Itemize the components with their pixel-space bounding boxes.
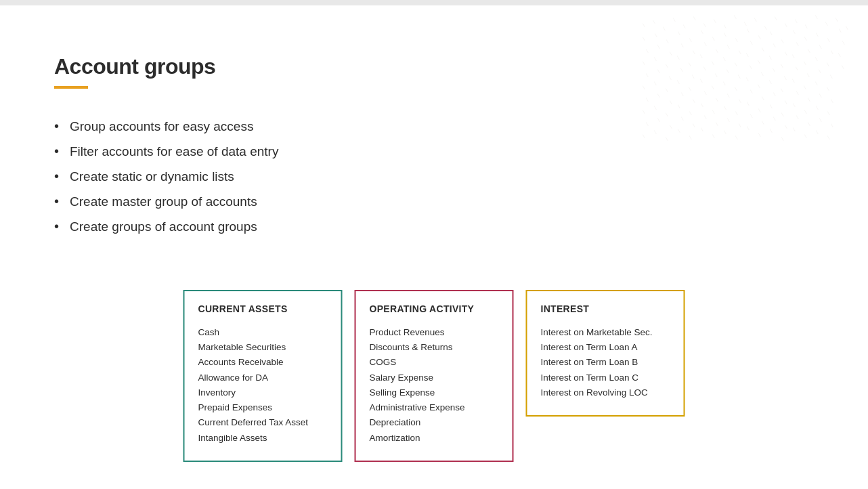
svg-text:/: / bbox=[714, 72, 719, 78]
svg-text:/: / bbox=[656, 117, 661, 123]
svg-text:/: / bbox=[692, 16, 697, 21]
card-interest-title: INTEREST bbox=[541, 303, 670, 314]
svg-text:/: / bbox=[656, 68, 661, 74]
svg-text:/: / bbox=[826, 110, 831, 116]
svg-text:/: / bbox=[844, 25, 850, 30]
svg-text:/: / bbox=[768, 104, 774, 109]
svg-text:/: / bbox=[676, 104, 682, 109]
svg-text:/: / bbox=[737, 123, 743, 128]
card-interest: INTEREST Interest on Marketable Sec. Int… bbox=[526, 290, 685, 417]
svg-text:/: / bbox=[676, 128, 682, 133]
svg-text:/: / bbox=[749, 40, 754, 45]
svg-text:/: / bbox=[802, 60, 808, 66]
svg-text:/: / bbox=[703, 41, 708, 47]
svg-text:/: / bbox=[733, 14, 738, 20]
svg-text:/: / bbox=[772, 43, 777, 48]
svg-text:/: / bbox=[645, 72, 650, 78]
svg-text:/: / bbox=[815, 32, 820, 37]
svg-text:/: / bbox=[691, 98, 697, 104]
svg-text:/: / bbox=[806, 72, 811, 78]
card-operating-activity-item-1: Discounts & Returns bbox=[370, 340, 499, 355]
svg-text:/: / bbox=[753, 17, 758, 22]
svg-text:/: / bbox=[722, 129, 728, 135]
svg-text:/: / bbox=[768, 128, 774, 133]
svg-text:/: / bbox=[726, 117, 731, 123]
svg-text:/: / bbox=[688, 110, 693, 116]
card-current-assets-item-5: Prepaid Expenses bbox=[198, 400, 328, 415]
card-interest-item-4: Interest on Revolving LOC bbox=[541, 385, 670, 400]
svg-text:/: / bbox=[734, 110, 739, 116]
svg-text:/: / bbox=[641, 109, 647, 114]
svg-text:/: / bbox=[783, 124, 789, 129]
svg-text:/: / bbox=[745, 28, 751, 33]
svg-text:/: / bbox=[804, 24, 809, 29]
svg-text:/: / bbox=[768, 55, 773, 60]
svg-text:/: / bbox=[691, 49, 697, 55]
svg-text:/: / bbox=[743, 21, 748, 26]
svg-text:/: / bbox=[779, 63, 785, 68]
svg-text:/: / bbox=[806, 48, 812, 54]
svg-text:/: / bbox=[687, 86, 693, 91]
svg-text:/: / bbox=[664, 87, 670, 93]
svg-text:/: / bbox=[768, 30, 774, 36]
svg-text:/: / bbox=[825, 86, 831, 91]
svg-text:/: / bbox=[653, 56, 658, 62]
svg-text:/: / bbox=[641, 85, 647, 90]
svg-text:/: / bbox=[756, 83, 762, 89]
bullet-item-3: Create static or dynamic lists bbox=[54, 169, 278, 184]
cards-container: CURRENT ASSETS Cash Marketable Securitie… bbox=[183, 290, 685, 462]
svg-text:/: / bbox=[668, 124, 674, 129]
svg-text:/: / bbox=[757, 108, 762, 113]
svg-text:/: / bbox=[733, 86, 739, 91]
svg-text:/: / bbox=[818, 44, 823, 49]
svg-text:/: / bbox=[815, 129, 820, 135]
svg-text:/: / bbox=[664, 136, 670, 142]
svg-text:/: / bbox=[814, 14, 819, 20]
svg-text:/: / bbox=[794, 18, 799, 24]
svg-text:/: / bbox=[702, 22, 708, 28]
svg-text:/: / bbox=[711, 109, 716, 114]
top-bar bbox=[0, 0, 868, 5]
svg-text:/: / bbox=[795, 41, 800, 47]
card-current-assets-item-4: Inventory bbox=[198, 385, 328, 400]
slide: /* placeholder */ / / / / / / / / / / / … bbox=[0, 0, 868, 489]
svg-text:/: / bbox=[641, 22, 647, 28]
svg-text:/: / bbox=[656, 44, 661, 49]
svg-text:/: / bbox=[641, 60, 647, 66]
card-current-assets-item-6: Current Deferred Tax Asset bbox=[198, 415, 328, 430]
svg-text:/: / bbox=[722, 56, 727, 62]
card-current-assets-item-3: Allowance for DA bbox=[198, 370, 328, 385]
svg-text:/: / bbox=[756, 59, 762, 64]
svg-text:/: / bbox=[802, 85, 808, 90]
svg-text:/: / bbox=[712, 18, 718, 24]
svg-text:/: / bbox=[676, 55, 681, 60]
bullet-list: Group accounts for easy access Filter ac… bbox=[54, 119, 278, 244]
svg-text:/: / bbox=[829, 98, 835, 104]
svg-text:/: / bbox=[795, 114, 800, 120]
svg-text:/: / bbox=[679, 67, 685, 72]
svg-text:/: / bbox=[653, 81, 658, 86]
svg-text:/: / bbox=[722, 24, 728, 29]
svg-text:/: / bbox=[668, 100, 674, 105]
svg-text:/: / bbox=[760, 47, 766, 52]
svg-text:/: / bbox=[763, 25, 768, 30]
svg-text:/: / bbox=[676, 30, 682, 36]
svg-text:/: / bbox=[688, 135, 693, 140]
card-operating-activity-item-0: Product Revenues bbox=[370, 325, 499, 340]
svg-text:/: / bbox=[711, 36, 716, 41]
svg-text:/: / bbox=[699, 54, 704, 59]
card-interest-item-2: Interest on Term Loan B bbox=[541, 355, 670, 370]
svg-text:/: / bbox=[668, 75, 673, 81]
card-current-assets: CURRENT ASSETS Cash Marketable Securitie… bbox=[183, 290, 343, 462]
svg-text:/: / bbox=[699, 127, 705, 132]
svg-text:/: / bbox=[773, 16, 779, 21]
svg-text:/: / bbox=[656, 93, 661, 98]
svg-text:/: / bbox=[824, 21, 829, 26]
svg-text:/: / bbox=[699, 29, 705, 35]
svg-text:/: / bbox=[783, 75, 788, 81]
svg-text:/: / bbox=[661, 26, 667, 31]
svg-text:/: / bbox=[760, 95, 766, 101]
svg-text:/: / bbox=[760, 120, 766, 125]
svg-text:/: / bbox=[783, 100, 789, 105]
title-section: Account groups bbox=[54, 54, 215, 89]
